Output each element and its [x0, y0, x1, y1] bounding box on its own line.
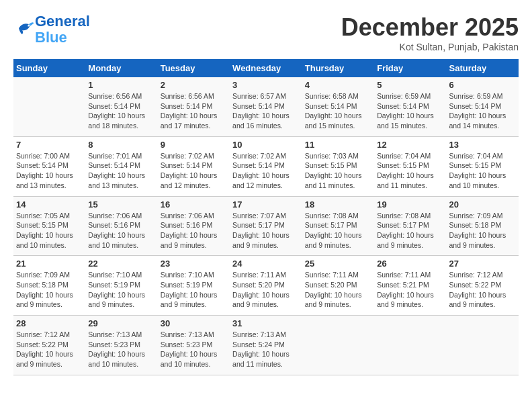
- day-number: 23: [161, 259, 227, 269]
- day-number: 12: [377, 140, 443, 150]
- month-title: December 2025: [341, 13, 519, 42]
- day-number: 26: [377, 259, 443, 269]
- day-cell: 28Sunrise: 7:12 AMSunset: 5:22 PMDayligh…: [13, 316, 85, 375]
- day-number: 21: [16, 259, 83, 269]
- day-cell: 20Sunrise: 7:09 AMSunset: 5:18 PMDayligh…: [447, 196, 519, 256]
- day-cell: 13Sunrise: 7:04 AMSunset: 5:15 PMDayligh…: [447, 136, 519, 196]
- day-info: Sunrise: 7:06 AMSunset: 5:16 PMDaylight:…: [161, 211, 227, 250]
- logo-text: General Blue: [35, 13, 90, 46]
- day-info: Sunrise: 7:02 AMSunset: 5:14 PMDaylight:…: [232, 151, 300, 191]
- page-header: General Blue December 2025 Kot Sultan, P…: [13, 13, 519, 52]
- logo-line2: Blue: [35, 29, 67, 46]
- day-cell: 12Sunrise: 7:04 AMSunset: 5:15 PMDayligh…: [374, 136, 446, 196]
- day-cell: 15Sunrise: 7:06 AMSunset: 5:16 PMDayligh…: [85, 196, 157, 256]
- day-info: Sunrise: 7:07 AMSunset: 5:17 PMDaylight:…: [232, 211, 300, 250]
- week-row-1: 1Sunrise: 6:56 AMSunset: 5:14 PMDaylight…: [13, 77, 519, 136]
- day-number: 2: [161, 80, 227, 90]
- day-info: Sunrise: 7:10 AMSunset: 5:19 PMDaylight:…: [161, 270, 227, 310]
- day-info: Sunrise: 7:09 AMSunset: 5:18 PMDaylight:…: [449, 211, 517, 250]
- week-row-5: 28Sunrise: 7:12 AMSunset: 5:22 PMDayligh…: [13, 316, 519, 375]
- day-info: Sunrise: 7:05 AMSunset: 5:15 PMDaylight:…: [16, 211, 83, 250]
- day-info: Sunrise: 7:11 AMSunset: 5:20 PMDaylight:…: [232, 270, 300, 310]
- day-number: 17: [232, 199, 300, 210]
- day-number: 19: [377, 199, 443, 210]
- day-info: Sunrise: 7:11 AMSunset: 5:20 PMDaylight:…: [305, 270, 371, 310]
- day-cell: 18Sunrise: 7:08 AMSunset: 5:17 PMDayligh…: [302, 196, 374, 256]
- day-cell: 6Sunrise: 6:59 AMSunset: 5:14 PMDaylight…: [447, 77, 519, 136]
- day-info: Sunrise: 6:57 AMSunset: 5:14 PMDaylight:…: [232, 91, 300, 131]
- day-cell: 31Sunrise: 7:13 AMSunset: 5:24 PMDayligh…: [230, 316, 302, 375]
- day-number: 6: [449, 80, 517, 90]
- day-cell: 3Sunrise: 6:57 AMSunset: 5:14 PMDaylight…: [230, 77, 302, 136]
- day-cell: [447, 316, 519, 375]
- day-number: 25: [305, 259, 371, 269]
- weekday-header-wednesday: Wednesday: [230, 59, 302, 77]
- day-number: 5: [377, 80, 443, 90]
- day-number: 18: [305, 199, 371, 210]
- day-cell: 25Sunrise: 7:11 AMSunset: 5:20 PMDayligh…: [302, 256, 374, 316]
- day-info: Sunrise: 7:12 AMSunset: 5:22 PMDaylight:…: [16, 330, 83, 369]
- weekday-header-monday: Monday: [85, 59, 157, 77]
- day-number: 10: [232, 140, 300, 150]
- day-info: Sunrise: 7:10 AMSunset: 5:19 PMDaylight:…: [88, 270, 154, 310]
- day-number: 22: [88, 259, 154, 269]
- day-number: 29: [88, 318, 154, 328]
- logo-bird-icon: [15, 18, 35, 38]
- day-cell: 11Sunrise: 7:03 AMSunset: 5:15 PMDayligh…: [302, 136, 374, 196]
- day-number: 11: [305, 140, 371, 150]
- day-number: 3: [232, 80, 300, 90]
- day-cell: 4Sunrise: 6:58 AMSunset: 5:14 PMDaylight…: [302, 77, 374, 136]
- day-cell: 16Sunrise: 7:06 AMSunset: 5:16 PMDayligh…: [158, 196, 230, 256]
- weekday-header-friday: Friday: [374, 59, 446, 77]
- day-info: Sunrise: 7:08 AMSunset: 5:17 PMDaylight:…: [305, 211, 371, 250]
- day-number: 8: [88, 140, 154, 150]
- location: Kot Sultan, Punjab, Pakistan: [341, 42, 519, 52]
- week-row-4: 21Sunrise: 7:09 AMSunset: 5:18 PMDayligh…: [13, 256, 519, 316]
- day-number: 4: [305, 80, 371, 90]
- day-info: Sunrise: 7:06 AMSunset: 5:16 PMDaylight:…: [88, 211, 154, 250]
- day-number: 24: [232, 259, 300, 269]
- day-cell: 14Sunrise: 7:05 AMSunset: 5:15 PMDayligh…: [13, 196, 85, 256]
- weekday-header-row: SundayMondayTuesdayWednesdayThursdayFrid…: [13, 59, 519, 77]
- day-info: Sunrise: 7:13 AMSunset: 5:24 PMDaylight:…: [232, 330, 300, 369]
- day-cell: 7Sunrise: 7:00 AMSunset: 5:14 PMDaylight…: [13, 136, 85, 196]
- day-info: Sunrise: 7:13 AMSunset: 5:23 PMDaylight:…: [161, 330, 227, 369]
- logo: General Blue: [13, 13, 90, 46]
- day-cell: 5Sunrise: 6:59 AMSunset: 5:14 PMDaylight…: [374, 77, 446, 136]
- day-number: 30: [161, 318, 227, 328]
- day-cell: 30Sunrise: 7:13 AMSunset: 5:23 PMDayligh…: [158, 316, 230, 375]
- logo-line1: General: [35, 13, 90, 30]
- day-cell: 19Sunrise: 7:08 AMSunset: 5:17 PMDayligh…: [374, 196, 446, 256]
- day-number: 7: [16, 140, 83, 150]
- day-cell: [374, 316, 446, 375]
- day-cell: 24Sunrise: 7:11 AMSunset: 5:20 PMDayligh…: [230, 256, 302, 316]
- weekday-header-sunday: Sunday: [13, 59, 85, 77]
- day-info: Sunrise: 7:12 AMSunset: 5:22 PMDaylight:…: [449, 270, 517, 310]
- day-info: Sunrise: 7:02 AMSunset: 5:14 PMDaylight:…: [161, 151, 227, 191]
- day-cell: [302, 316, 374, 375]
- day-number: 16: [161, 199, 227, 210]
- day-number: 31: [232, 318, 300, 328]
- day-info: Sunrise: 6:56 AMSunset: 5:14 PMDaylight:…: [88, 91, 154, 131]
- day-cell: [13, 77, 85, 136]
- day-cell: 10Sunrise: 7:02 AMSunset: 5:14 PMDayligh…: [230, 136, 302, 196]
- day-cell: 21Sunrise: 7:09 AMSunset: 5:18 PMDayligh…: [13, 256, 85, 316]
- day-info: Sunrise: 7:00 AMSunset: 5:14 PMDaylight:…: [16, 151, 83, 191]
- weekday-header-saturday: Saturday: [447, 59, 519, 77]
- day-info: Sunrise: 6:59 AMSunset: 5:14 PMDaylight:…: [449, 91, 517, 131]
- day-info: Sunrise: 7:09 AMSunset: 5:18 PMDaylight:…: [16, 270, 83, 310]
- weekday-header-tuesday: Tuesday: [158, 59, 230, 77]
- day-info: Sunrise: 7:11 AMSunset: 5:21 PMDaylight:…: [377, 270, 443, 310]
- day-cell: 9Sunrise: 7:02 AMSunset: 5:14 PMDaylight…: [158, 136, 230, 196]
- day-info: Sunrise: 7:01 AMSunset: 5:14 PMDaylight:…: [88, 151, 154, 191]
- day-info: Sunrise: 6:59 AMSunset: 5:14 PMDaylight:…: [377, 91, 443, 131]
- week-row-3: 14Sunrise: 7:05 AMSunset: 5:15 PMDayligh…: [13, 196, 519, 256]
- day-cell: 23Sunrise: 7:10 AMSunset: 5:19 PMDayligh…: [158, 256, 230, 316]
- title-block: December 2025 Kot Sultan, Punjab, Pakist…: [341, 13, 519, 52]
- day-info: Sunrise: 7:03 AMSunset: 5:15 PMDaylight:…: [305, 151, 371, 191]
- day-info: Sunrise: 7:08 AMSunset: 5:17 PMDaylight:…: [377, 211, 443, 250]
- day-info: Sunrise: 7:04 AMSunset: 5:15 PMDaylight:…: [449, 151, 517, 191]
- day-cell: 29Sunrise: 7:13 AMSunset: 5:23 PMDayligh…: [85, 316, 157, 375]
- day-number: 13: [449, 140, 517, 150]
- weekday-header-thursday: Thursday: [302, 59, 374, 77]
